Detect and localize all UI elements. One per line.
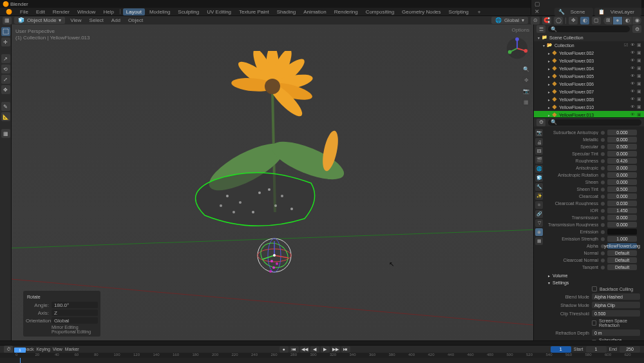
jump-end-icon[interactable]: ⏭: [341, 346, 350, 353]
keyframe-dot-icon[interactable]: [601, 266, 605, 270]
playhead-label[interactable]: 1: [14, 348, 26, 353]
slider-value-input[interactable]: 1.000: [607, 236, 637, 242]
tab-layout[interactable]: Layout: [123, 8, 145, 15]
ptab-object-icon[interactable]: 🧊: [535, 174, 543, 182]
slider-value-input[interactable]: Default: [607, 257, 637, 263]
mirror-checkbox[interactable]: Mirror Editing: [52, 325, 98, 329]
tool-move[interactable]: ↗: [1, 54, 10, 63]
orientation-selector[interactable]: 🌐 Global ▾: [491, 17, 528, 24]
material-slider[interactable]: Transmission Roughness0.000: [548, 221, 640, 228]
keyframe-dot-icon[interactable]: [601, 216, 605, 220]
shade-solid-icon[interactable]: ●: [613, 17, 622, 25]
backface-checkbox[interactable]: Backface Culling: [592, 286, 640, 291]
tool-transform[interactable]: ✥: [1, 85, 10, 94]
ptab-constraints-icon[interactable]: 🔗: [535, 210, 543, 218]
tab-animation[interactable]: Animation: [300, 8, 330, 15]
material-slider[interactable]: Roughness0.426: [548, 157, 640, 164]
axis-select[interactable]: Z: [52, 309, 98, 316]
ptab-scene-icon[interactable]: 🎬: [535, 156, 543, 164]
keyframe-dot-icon[interactable]: [601, 251, 605, 255]
tool-measure[interactable]: 📐: [1, 112, 10, 121]
outliner-item[interactable]: ▸ YellowFlower.005👁▣: [534, 72, 644, 80]
scene-selector[interactable]: 🔧 Scene: [554, 8, 593, 16]
menu-window[interactable]: Window: [74, 8, 99, 15]
outliner-item[interactable]: ▸ YellowFlower.006👁▣: [534, 80, 644, 88]
menu-select[interactable]: Select: [87, 17, 106, 23]
shade-rendered-icon[interactable]: ◉: [632, 17, 641, 25]
material-slider[interactable]: Transmission0.000: [548, 214, 640, 221]
menu-object[interactable]: Object: [126, 17, 146, 23]
ptab-particles-icon[interactable]: ✨: [535, 192, 543, 200]
blend-mode-select[interactable]: Alpha Hashed: [592, 293, 640, 300]
ptab-viewlayer-icon[interactable]: 🖼: [535, 147, 543, 155]
slider-value-input[interactable]: 0.000: [607, 130, 637, 135]
material-slider[interactable]: Clearcoat0.000: [548, 193, 640, 200]
outliner-scene-collection[interactable]: ▾📁 Scene Collection: [534, 34, 644, 41]
add-tab-button[interactable]: ＋: [473, 8, 485, 16]
outliner-item[interactable]: ▸ YellowFlower.003👁▣: [534, 57, 644, 64]
close-button[interactable]: ✕: [531, 8, 543, 15]
tab-rendering[interactable]: Rendering: [331, 8, 361, 15]
outliner-item[interactable]: ▸ YellowFlower.002👁▣: [534, 49, 644, 57]
nav-gizmo-icon[interactable]: [505, 36, 529, 61]
menu-view[interactable]: View: [68, 17, 84, 23]
slider-value-input[interactable]: 0.000: [607, 193, 637, 199]
keyframe-dot-icon[interactable]: [601, 173, 605, 177]
tool-select-box[interactable]: [1, 27, 10, 36]
material-slider[interactable]: Specular Tint0.000: [548, 150, 640, 157]
ptab-world-icon[interactable]: 🌐: [535, 165, 543, 173]
editor-type-icon[interactable]: ▦: [3, 17, 12, 25]
shadow-mode-select[interactable]: Alpha Clip: [592, 302, 640, 308]
keyframe-dot-icon[interactable]: [601, 230, 605, 234]
menu-file[interactable]: File: [17, 8, 32, 15]
slider-value-input[interactable]: 0.000: [607, 151, 637, 157]
ptab-texture-icon[interactable]: ▦: [535, 237, 543, 245]
blender-icon[interactable]: 🟠: [3, 8, 15, 15]
gizmo-toggle-icon[interactable]: ✥: [569, 17, 578, 25]
ortho-icon[interactable]: ▦: [522, 97, 531, 106]
tool-scale[interactable]: ⤢: [1, 75, 10, 84]
menu-add[interactable]: Add: [109, 17, 123, 23]
slider-value-input[interactable]: 0.000: [607, 172, 637, 178]
slider-value-input[interactable]: Default: [607, 264, 637, 270]
tool-cursor[interactable]: ✛: [1, 37, 10, 46]
current-frame-input[interactable]: 1: [551, 346, 571, 353]
slider-value-input[interactable]: 0.000: [607, 222, 637, 228]
material-slider[interactable]: IOR1.450: [548, 207, 640, 214]
material-slider[interactable]: NormalDefault: [548, 250, 640, 257]
ptab-output-icon[interactable]: 🖨: [535, 138, 543, 146]
zoom-icon[interactable]: 🔍: [522, 64, 531, 74]
playhead[interactable]: [20, 358, 21, 363]
viewlayer-selector[interactable]: 📋 ViewLayer: [594, 8, 641, 16]
material-slider[interactable]: Emission: [548, 228, 640, 235]
ssr-checkbox[interactable]: Screen Space Refraction: [592, 319, 640, 328]
outliner-search-input[interactable]: 🔍: [548, 26, 630, 32]
keyframe-dot-icon[interactable]: [601, 237, 605, 241]
autokey-icon[interactable]: ●: [279, 346, 289, 353]
filter-icon[interactable]: ⚙: [632, 25, 641, 33]
tool-add-cube[interactable]: ▦: [1, 129, 10, 138]
mode-selector[interactable]: 🧊 Object Mode ▾: [14, 17, 65, 24]
slider-value-input[interactable]: 0.000: [607, 165, 637, 171]
shade-material-icon[interactable]: ◐: [623, 17, 632, 25]
end-frame-input[interactable]: 250: [620, 346, 640, 353]
keyframe-dot-icon[interactable]: [601, 145, 605, 149]
jump-start-icon[interactable]: ⏮: [290, 346, 299, 353]
panel-volume[interactable]: Volume: [548, 273, 640, 278]
viewport-3d[interactable]: User Perspective (1) Collection | Yellow…: [12, 25, 533, 340]
xray-icon[interactable]: ▢: [592, 17, 601, 25]
slider-value-input[interactable]: 0.500: [607, 144, 637, 150]
ptab-modifiers-icon[interactable]: 🔧: [535, 183, 543, 191]
slider-value-input[interactable]: 0.000: [607, 137, 637, 142]
clip-threshold-input[interactable]: 0.500: [592, 310, 640, 317]
outliner-collection[interactable]: ▾📂 Collection☑👁▣: [534, 41, 644, 49]
tab-uv-editing[interactable]: UV Editing: [204, 8, 234, 15]
keyframe-dot-icon[interactable]: [601, 223, 605, 227]
keyframe-dot-icon[interactable]: [601, 209, 605, 213]
material-slider[interactable]: Sheen Tint0.500: [548, 186, 640, 193]
slider-value-input[interactable]: 0.500: [607, 186, 637, 192]
camera-icon[interactable]: 📷: [522, 86, 531, 95]
outliner-item[interactable]: ▸ YellowFlower.008👁▣: [534, 95, 644, 103]
ptab-data-icon[interactable]: ▽: [535, 219, 543, 227]
start-frame-input[interactable]: 1: [586, 346, 607, 353]
